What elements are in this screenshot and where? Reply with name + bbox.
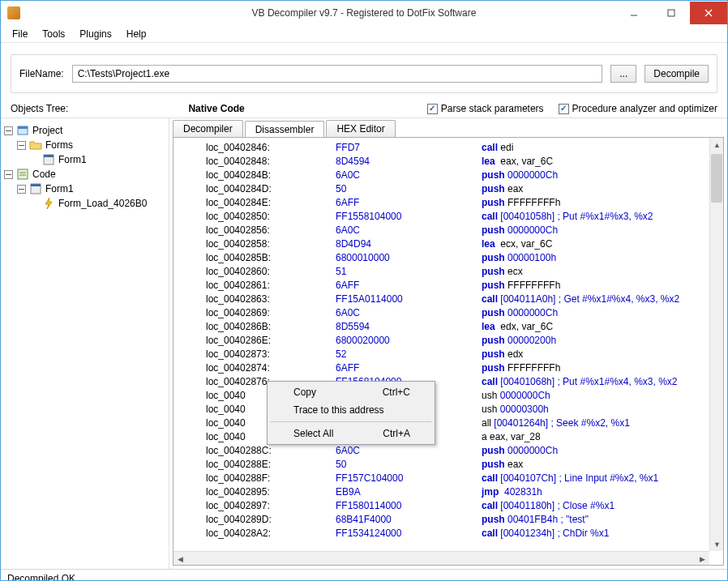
form-icon: [29, 182, 42, 195]
tree-label: Code: [32, 169, 56, 180]
context-menu: Copy Ctrl+C Trace to this address Select…: [267, 381, 435, 445]
code-line[interactable]: loc_0040288C: 6A0C push 0000000Ch: [206, 444, 691, 458]
menu-tools[interactable]: Tools: [36, 27, 71, 41]
context-copy[interactable]: Copy Ctrl+C: [269, 383, 433, 401]
menu-help[interactable]: Help: [120, 27, 153, 41]
scrollbar-vertical[interactable]: ▲ ▼: [709, 138, 723, 551]
code-line[interactable]: loc_0040289D: 68B41F4000 push 00401FB4h …: [206, 513, 691, 527]
tab-decompiler[interactable]: Decompiler: [173, 120, 243, 137]
code-line[interactable]: loc_00402897: FF1580114000 call [0040118…: [206, 499, 691, 513]
folder-icon: [29, 139, 42, 152]
context-trace-label: Trace to this address: [293, 404, 384, 416]
svg-rect-7: [44, 155, 54, 157]
scroll-thumb[interactable]: [711, 154, 722, 203]
filename-input[interactable]: [72, 65, 603, 83]
code-line[interactable]: loc_00402873: 52 push edx: [206, 348, 691, 361]
code-line[interactable]: loc_0040288F: FF157C104000 call [0040107…: [206, 472, 691, 485]
code-line[interactable]: loc_0040284E: 6AFF push FFFFFFFFh: [206, 196, 691, 210]
project-icon: [16, 124, 29, 137]
expand-icon[interactable]: [4, 170, 13, 179]
code-line[interactable]: loc_0040286B: 8D5594 lea edx, var_6C: [206, 320, 691, 334]
toolbar: FileName: ... Decompile: [1, 43, 727, 101]
objects-tree-label: Objects Tree:: [11, 103, 68, 114]
proc-analyzer-label: Procedure analyzer and optimizer: [572, 103, 717, 114]
checkbox-icon: [427, 104, 438, 114]
filename-label: FileName:: [19, 68, 64, 79]
bolt-icon: [42, 197, 55, 210]
parse-stack-label: Parse stack parameters: [441, 103, 544, 114]
code-line[interactable]: loc_00402858: 8D4D94 lea ecx, var_6C: [206, 237, 691, 251]
menu-file[interactable]: File: [6, 27, 34, 41]
tree-node-form1[interactable]: Form1: [4, 152, 165, 167]
tree-node-code[interactable]: Code: [4, 167, 165, 182]
svg-rect-12: [31, 184, 41, 186]
menubar: File Tools Plugins Help: [1, 25, 727, 43]
browse-button[interactable]: ...: [610, 65, 636, 83]
code-line[interactable]: loc_0040284D: 50 push eax: [206, 182, 691, 196]
parse-stack-checkbox[interactable]: Parse stack parameters: [427, 103, 544, 114]
svg-rect-8: [18, 169, 28, 179]
expand-icon[interactable]: [4, 126, 13, 135]
context-copy-shortcut: Ctrl+C: [383, 387, 410, 398]
code-line[interactable]: loc_00402895: EB9A jmp 402831h: [206, 485, 691, 499]
tree-node-project[interactable]: Project: [4, 123, 165, 138]
statusbar: Decompiled OK: [1, 569, 727, 581]
options-row: Objects Tree: Native Code Parse stack pa…: [1, 101, 727, 117]
code-line[interactable]: loc_0040288E: 50 push eax: [206, 458, 691, 472]
tree-node-forms[interactable]: Forms: [4, 138, 165, 152]
window-title: VB Decompiler v9.7 - Registered to DotFi…: [1, 7, 727, 19]
scroll-up-icon[interactable]: ▲: [710, 138, 724, 152]
code-line[interactable]: loc_00402846: FFD7 call edi: [206, 141, 691, 155]
code-line[interactable]: loc_00402850: FF1558104000 call [0040105…: [206, 210, 691, 224]
native-code-label: Native Code: [188, 103, 244, 114]
code-line[interactable]: loc_00402848: 8D4594 lea eax, var_6C: [206, 155, 691, 169]
tabs: Decompiler Disassembler HEX Editor: [169, 118, 727, 137]
code-line[interactable]: loc_0040286E: 6800020000 push 00000200h: [206, 334, 691, 348]
tree-label: Form1: [58, 154, 87, 165]
tree-label: Form1: [45, 183, 74, 194]
tree-node-form1-code[interactable]: Form1: [4, 182, 165, 196]
tree-label: Form_Load_4026B0: [58, 198, 147, 209]
form-icon: [42, 153, 55, 166]
code-panel: Decompiler Disassembler HEX Editor loc_0…: [169, 118, 727, 569]
scroll-left-icon[interactable]: ◀: [173, 552, 187, 566]
decompile-button[interactable]: Decompile: [644, 65, 709, 83]
status-text: Decompiled OK: [7, 573, 75, 582]
main-area: Project Forms Form1 Code Form1 Form_Load…: [1, 117, 727, 569]
scrollbar-horizontal[interactable]: ◀ ▶: [173, 551, 709, 565]
objects-tree[interactable]: Project Forms Form1 Code Form1 Form_Load…: [1, 118, 169, 569]
context-selall-label: Select All: [293, 428, 333, 439]
code-line[interactable]: loc_0040285B: 6800010000 push 00000100h: [206, 251, 691, 265]
checkbox-icon: [559, 104, 569, 114]
scroll-right-icon[interactable]: ▶: [696, 552, 709, 566]
context-copy-label: Copy: [293, 387, 316, 398]
context-selall-shortcut: Ctrl+A: [383, 428, 410, 439]
scroll-down-icon[interactable]: ▼: [710, 537, 724, 551]
expand-icon[interactable]: [17, 185, 26, 194]
code-line[interactable]: loc_00402863: FF15A0114000 call [004011A…: [206, 293, 691, 306]
code-line[interactable]: loc_00402860: 51 push ecx: [206, 265, 691, 279]
context-select-all[interactable]: Select All Ctrl+A: [269, 425, 433, 442]
code-line[interactable]: loc_00402861: 6AFF push FFFFFFFFh: [206, 279, 691, 293]
context-separator: [271, 421, 431, 422]
code-line[interactable]: loc_00402856: 6A0C push 0000000Ch: [206, 224, 691, 237]
code-line[interactable]: loc_0040284B: 6A0C push 0000000Ch: [206, 169, 691, 182]
expand-icon[interactable]: [17, 141, 26, 150]
titlebar: VB Decompiler v9.7 - Registered to DotFi…: [1, 1, 727, 25]
code-line[interactable]: loc_004028A2: FF1534124000 call [0040123…: [206, 527, 691, 540]
context-trace[interactable]: Trace to this address: [269, 401, 433, 419]
tab-hex[interactable]: HEX Editor: [326, 120, 395, 137]
module-icon: [16, 168, 29, 181]
svg-rect-5: [18, 126, 28, 129]
code-line[interactable]: loc_00402874: 6AFF push FFFFFFFFh: [206, 361, 691, 375]
code-line[interactable]: loc_00402869: 6A0C push 0000000Ch: [206, 306, 691, 320]
tree-label: Forms: [45, 139, 73, 151]
tab-disassembler[interactable]: Disassembler: [245, 121, 325, 138]
disassembly-view[interactable]: loc_00402846: FFD7 call ediloc_00402848:…: [173, 137, 724, 566]
proc-analyzer-checkbox[interactable]: Procedure analyzer and optimizer: [559, 103, 717, 114]
tree-node-formload[interactable]: Form_Load_4026B0: [4, 196, 165, 211]
tree-label: Project: [32, 125, 62, 136]
menu-plugins[interactable]: Plugins: [73, 27, 118, 41]
